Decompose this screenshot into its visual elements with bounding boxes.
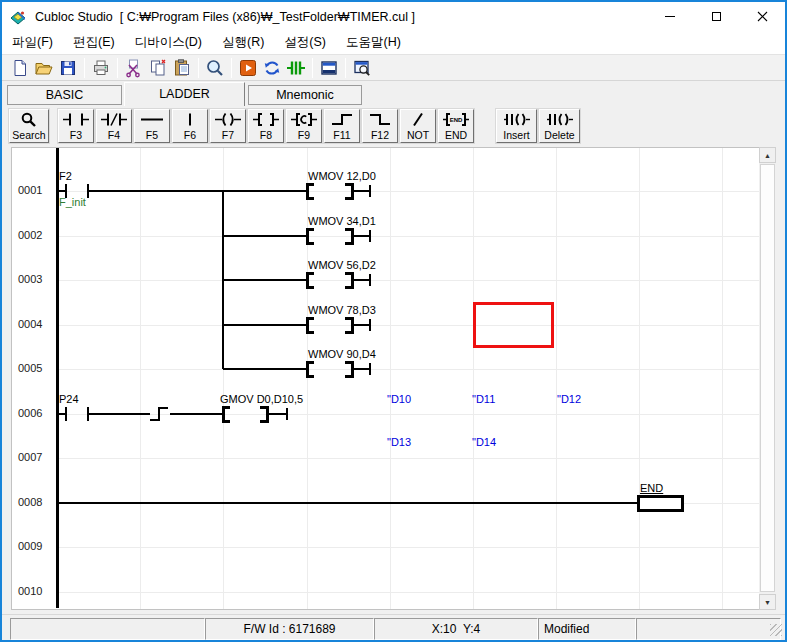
window-view-button[interactable] — [317, 57, 341, 79]
minimize-icon — [665, 16, 675, 17]
close-icon — [757, 11, 768, 22]
tab-mnemonic[interactable]: Mnemonic — [248, 85, 362, 105]
print-button[interactable] — [89, 57, 113, 79]
palette-f11-rising-edge-button[interactable]: F11 — [324, 109, 360, 143]
palette-f4-contact-closed-button[interactable]: F4 — [96, 109, 132, 143]
contact-label-f2[interactable]: F2 — [59, 170, 72, 182]
selection-cursor[interactable] — [473, 302, 554, 348]
palette-f6-vertical-line-button[interactable]: F6 — [172, 109, 208, 143]
ladder-monitor-button[interactable] — [284, 57, 308, 79]
save-floppy-icon — [58, 58, 78, 78]
palette-f5-horizontal-line-button[interactable]: F5 — [134, 109, 170, 143]
palette-f3-contact-open-button[interactable]: F3 — [58, 109, 94, 143]
print-icon — [91, 58, 111, 78]
vertical-scrollbar[interactable]: ▲ ▼ — [759, 147, 776, 610]
paste-button[interactable] — [170, 57, 194, 79]
contact-open-icon — [63, 112, 89, 127]
device-comment-d10: "D10 — [387, 393, 411, 405]
scroll-up-button[interactable]: ▲ — [759, 147, 776, 163]
minimize-button[interactable] — [647, 2, 693, 31]
maximize-button[interactable] — [693, 2, 739, 31]
tab-basic[interactable]: BASIC — [7, 85, 122, 105]
new-file-button[interactable] — [8, 57, 32, 79]
copy-icon — [148, 58, 168, 78]
app-window: Cubloc Studio [ C:₩Program Files (x86)₩_… — [0, 0, 787, 642]
run-button[interactable] — [236, 57, 260, 79]
paste-clipboard-icon — [172, 58, 192, 78]
rising-edge-icon — [329, 112, 355, 127]
gmov-block-text[interactable]: GMOV D0,D10,5 — [220, 393, 303, 405]
falling-edge-icon — [367, 112, 393, 127]
sync-arrows-icon — [262, 58, 282, 78]
window-icon — [319, 58, 339, 78]
rung-number: 0001 — [18, 184, 52, 196]
svg-text:END: END — [450, 117, 463, 123]
wmov-block-text[interactable]: WMOV 90,D4 — [308, 348, 376, 360]
preview-button[interactable] — [350, 57, 374, 79]
delete-cell-icon — [547, 112, 573, 127]
contact-closed-icon — [101, 112, 127, 127]
scroll-down-button[interactable]: ▼ — [759, 594, 776, 610]
toolbar-separator — [312, 58, 313, 78]
window-title: Cubloc Studio [ C:₩Program Files (x86)₩_… — [35, 10, 415, 24]
menu-help[interactable]: 도움말(H) — [336, 31, 411, 54]
new-file-icon — [10, 58, 30, 78]
function-bracket-icon — [253, 112, 279, 127]
status-cursor-position: X:10 Y:4 — [374, 618, 538, 640]
menu-run[interactable]: 실행(R) — [212, 31, 274, 54]
wmov-block-text[interactable]: WMOV 56,D2 — [308, 259, 376, 271]
cut-button[interactable] — [122, 57, 146, 79]
wmov-block-text[interactable]: WMOV 12,D0 — [308, 170, 376, 182]
not-slash-icon — [405, 112, 431, 127]
ladder-canvas[interactable]: 0001 0002 0003 0004 0005 0006 0007 0008 … — [11, 147, 759, 610]
ladder-monitor-icon — [286, 58, 306, 78]
power-rail — [56, 148, 59, 608]
end-instruction-label[interactable]: END — [640, 482, 663, 494]
wmov-block-text[interactable]: WMOV 78,D3 — [308, 304, 376, 316]
menu-device[interactable]: 디바이스(D) — [125, 31, 212, 54]
tab-ladder[interactable]: LADDER — [124, 82, 245, 106]
copy-button[interactable] — [146, 57, 170, 79]
rung-number: 0002 — [18, 229, 52, 241]
scrollbar-thumb[interactable] — [760, 164, 775, 592]
status-panel-empty — [10, 618, 205, 640]
titlebar: Cubloc Studio [ C:₩Program Files (x86)₩_… — [2, 2, 785, 31]
palette-insert-button[interactable]: Insert — [496, 109, 537, 143]
save-button[interactable] — [56, 57, 80, 79]
menu-setup[interactable]: 설정(S) — [274, 31, 336, 54]
contact-label-p24[interactable]: P24 — [59, 393, 79, 405]
resize-grip-icon[interactable] — [770, 624, 782, 636]
palette-f9-set-coil-button[interactable]: F9 — [286, 109, 322, 143]
device-comment-d13: "D13 — [387, 436, 411, 448]
palette-f7-coil-button[interactable]: F7 — [210, 109, 246, 143]
run-play-icon — [238, 58, 258, 78]
end-instruction-box — [638, 496, 682, 510]
contact-comment-finit: F_init — [59, 196, 86, 208]
open-folder-icon — [34, 58, 54, 78]
status-panel-empty — [636, 618, 781, 640]
insert-cell-icon — [504, 112, 530, 127]
palette-f12-falling-edge-button[interactable]: F12 — [362, 109, 398, 143]
close-button[interactable] — [739, 2, 785, 31]
rung-number: 0009 — [18, 540, 52, 552]
horizontal-line-icon — [139, 112, 165, 127]
rung-number: 0005 — [18, 362, 52, 374]
open-file-button[interactable] — [32, 57, 56, 79]
coil-icon — [215, 112, 241, 127]
palette-end-button[interactable]: END END — [438, 109, 474, 143]
menu-file[interactable]: 파일(F) — [2, 31, 63, 54]
status-firmware-id: F/W Id : 6171689 — [205, 618, 374, 640]
palette-search-button[interactable]: Search — [9, 109, 49, 143]
editor-tabstrip: BASIC LADDER Mnemonic — [2, 81, 785, 106]
find-button[interactable] — [203, 57, 227, 79]
menu-edit[interactable]: 편집(E) — [63, 31, 125, 54]
palette-not-button[interactable]: NOT — [400, 109, 436, 143]
window-controls — [647, 2, 785, 31]
device-comment-d11: "D11 — [472, 393, 495, 405]
set-coil-icon — [291, 112, 317, 127]
reset-button[interactable] — [260, 57, 284, 79]
palette-delete-button[interactable]: Delete — [539, 109, 580, 143]
palette-f8-function-button[interactable]: F8 — [248, 109, 284, 143]
wmov-block-text[interactable]: WMOV 34,D1 — [308, 215, 376, 227]
rung-number: 0006 — [18, 407, 52, 419]
